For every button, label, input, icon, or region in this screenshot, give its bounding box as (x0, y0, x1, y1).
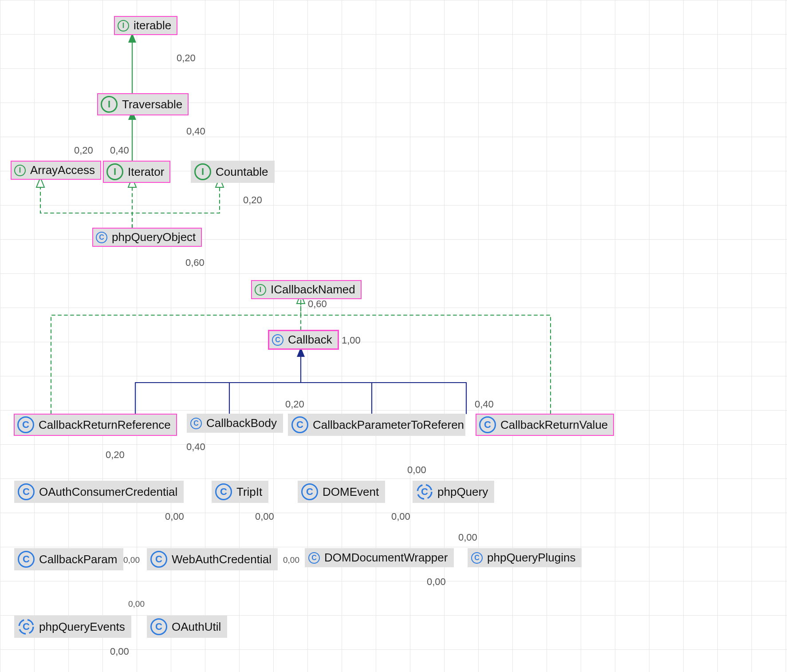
node-label: phpQueryPlugins (487, 551, 575, 565)
node-phpqueryobject[interactable]: C phpQueryObject (92, 228, 202, 247)
node-label: CallbackParameterToReference (313, 418, 465, 432)
node-label: OAuthUtil (172, 620, 221, 634)
node-label: phpQueryEvents (39, 620, 125, 634)
metric: 0,00 (123, 555, 140, 565)
node-iterator[interactable]: I Iterator (103, 161, 170, 183)
node-label: DOMEvent (323, 485, 379, 499)
metric: 0,20 (285, 399, 304, 410)
node-label: WebAuthCredential (172, 553, 272, 566)
metric: 0,00 (255, 511, 274, 522)
interface-icon: I (194, 163, 211, 180)
metric: 0,20 (243, 194, 262, 206)
node-label: ArrayAccess (30, 163, 95, 177)
node-callbackreturnreference[interactable]: C CallbackReturnReference (14, 414, 177, 436)
metric: 0,40 (110, 145, 129, 156)
node-callbackreturnvalue[interactable]: C CallbackReturnValue (476, 414, 614, 436)
node-phpquery[interactable]: C phpQuery (413, 481, 494, 503)
metric: 1,00 (342, 335, 361, 346)
class-icon: C (471, 552, 483, 564)
class-icon: C (301, 483, 318, 500)
metric: 0,60 (185, 257, 205, 269)
node-tripit[interactable]: C TripIt (212, 481, 268, 503)
class-icon: C (18, 483, 35, 500)
class-icon: C (308, 552, 320, 564)
node-label: Traversable (122, 98, 182, 111)
node-callbackbody[interactable]: C CallbackBody (187, 414, 283, 433)
interface-icon: I (255, 284, 266, 296)
metric: 0,20 (177, 52, 196, 64)
node-callback[interactable]: C Callback (268, 330, 339, 350)
class-icon: C (479, 416, 496, 433)
node-label: Callback (288, 333, 332, 347)
metric: 0,00 (110, 646, 129, 657)
node-domevent[interactable]: C DOMEvent (298, 481, 385, 503)
metric: 0,40 (186, 441, 205, 453)
node-label: Iterator (128, 165, 164, 179)
metric: 0,00 (283, 555, 299, 565)
node-arrayaccess[interactable]: I ArrayAccess (11, 161, 101, 180)
metric: 0,00 (458, 532, 477, 543)
metric: 0,00 (407, 464, 426, 476)
interface-icon: I (106, 163, 123, 180)
node-iterable[interactable]: I iterable (114, 16, 177, 35)
metric: 0,40 (186, 126, 205, 137)
class-icon: C (96, 232, 107, 243)
interface-icon: I (14, 165, 26, 176)
node-domdocumentwrapper[interactable]: C DOMDocumentWrapper (305, 548, 454, 567)
node-label: phpQuery (437, 485, 488, 499)
metric: 0,00 (427, 576, 446, 588)
class-icon: C (215, 483, 232, 500)
node-label: DOMDocumentWrapper (324, 551, 448, 565)
node-oauthconsumercredential[interactable]: C OAuthConsumerCredential (14, 481, 184, 503)
metric: 0,20 (106, 449, 125, 461)
node-label: TripIt (236, 485, 262, 499)
metric: 0,60 (308, 298, 327, 310)
node-callbackparam[interactable]: C CallbackParam (14, 548, 123, 570)
node-traversable[interactable]: I Traversable (97, 93, 189, 115)
class-icon: C (150, 551, 167, 568)
node-icallbacknamed[interactable]: I ICallbackNamed (251, 280, 362, 299)
node-label: iterable (134, 19, 171, 32)
class-icon: C (18, 551, 35, 568)
node-webauthcredential[interactable]: C WebAuthCredential (147, 548, 278, 570)
node-oauthutil[interactable]: C OAuthUtil (147, 616, 227, 638)
node-label: Countable (216, 165, 268, 179)
node-phpqueryplugins[interactable]: C phpQueryPlugins (468, 548, 582, 567)
interface-icon: I (101, 96, 118, 113)
abstract-class-icon: C (18, 618, 35, 635)
class-icon: C (291, 416, 308, 433)
abstract-class-icon: C (416, 483, 433, 500)
node-phpqueryevents[interactable]: C phpQueryEvents (14, 616, 131, 638)
node-label: CallbackReturnValue (500, 418, 608, 432)
metric: 0,40 (475, 399, 494, 410)
node-label: CallbackParam (39, 553, 117, 566)
metric: 0,00 (128, 599, 145, 609)
node-label: ICallbackNamed (271, 283, 355, 296)
class-icon: C (150, 618, 167, 635)
class-icon: C (190, 418, 202, 429)
metric: 0,00 (391, 511, 410, 522)
node-label: CallbackReturnReference (39, 418, 171, 432)
node-countable[interactable]: I Countable (191, 161, 275, 183)
node-callbackparametertoreference[interactable]: C CallbackParameterToReference (288, 414, 465, 436)
node-label: phpQueryObject (112, 230, 196, 244)
node-label: CallbackBody (206, 416, 277, 430)
interface-icon: I (118, 20, 129, 32)
node-label: OAuthConsumerCredential (39, 485, 177, 499)
metric: 0,00 (165, 511, 184, 522)
metric: 0,20 (74, 145, 93, 156)
class-icon: C (272, 334, 283, 346)
class-icon: C (17, 416, 34, 433)
diagram-canvas[interactable]: I iterable 0,20 I Traversable 0,40 0,20 … (0, 0, 787, 672)
